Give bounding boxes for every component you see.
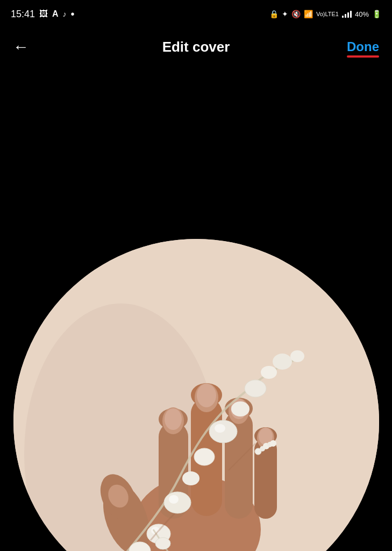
signal-bars [342, 10, 352, 18]
done-button-container[interactable]: Done [347, 39, 379, 54]
svg-point-46 [270, 440, 276, 447]
status-right: 🔒 ✦ 🔇 📶 Vo)LTE1 40% 🔋 [269, 10, 381, 18]
cover-image-svg [13, 239, 379, 551]
svg-point-40 [273, 354, 292, 370]
status-left: 15:41 🖼 A ♪ • [11, 9, 75, 20]
battery-percent: 40% [355, 10, 369, 18]
a-icon: A [52, 9, 59, 19]
photo-icon: 🖼 [39, 9, 48, 19]
svg-point-31 [164, 492, 191, 513]
nav-bar: ← Edit cover Done [0, 28, 392, 66]
svg-point-37 [231, 401, 250, 416]
mute-icon: 🔇 [291, 10, 301, 18]
svg-point-16 [165, 408, 182, 430]
dot-icon: • [71, 9, 75, 19]
svg-point-36 [215, 424, 225, 433]
back-button[interactable]: ← [13, 39, 29, 55]
signal-lte-label: Vo)LTE1 [316, 11, 339, 17]
lock-icon: 🔒 [269, 10, 279, 18]
done-underline [347, 55, 379, 58]
time-display: 15:41 [11, 9, 35, 20]
tiktok-icon: ♪ [63, 10, 67, 18]
svg-point-32 [169, 495, 179, 504]
svg-point-41 [290, 350, 304, 362]
svg-point-38 [245, 380, 266, 397]
cover-image-circle[interactable] [13, 239, 379, 551]
content-area [0, 66, 392, 551]
battery-icon: 🔋 [372, 10, 381, 18]
svg-point-34 [194, 448, 215, 465]
svg-point-47 [155, 538, 170, 549]
bluetooth-icon: ✦ [282, 10, 288, 18]
wifi-icon: 📶 [304, 10, 313, 18]
svg-point-39 [261, 366, 277, 379]
page-title: Edit cover [162, 39, 230, 55]
done-button[interactable]: Done [347, 39, 379, 54]
svg-point-18 [197, 384, 216, 407]
svg-point-33 [182, 471, 199, 485]
status-bar: 15:41 🖼 A ♪ • 🔒 ✦ 🔇 📶 Vo)LTE1 40% 🔋 [0, 0, 392, 28]
